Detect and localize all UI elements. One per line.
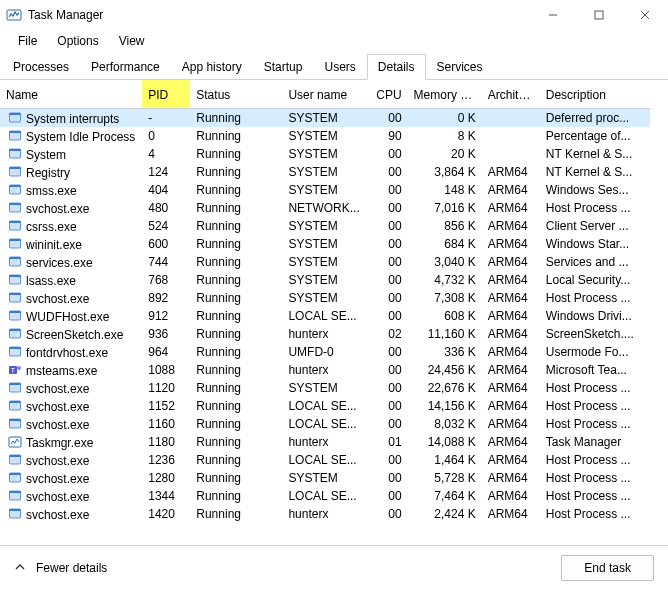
cell-pid: 0	[142, 127, 190, 145]
cell-status: Running	[190, 469, 282, 487]
tab-services[interactable]: Services	[426, 54, 494, 80]
tab-performance[interactable]: Performance	[80, 54, 171, 80]
end-task-button[interactable]: End task	[561, 555, 654, 581]
process-name: msteams.exe	[26, 364, 97, 378]
cell-name: wininit.exe	[0, 235, 142, 253]
svg-rect-41	[10, 419, 21, 421]
table-row[interactable]: fontdrvhost.exe964RunningUMFD-000336 KAR…	[0, 343, 650, 361]
details-table: NamePIDStatusUser nameCPUMemory (a...Arc…	[0, 80, 650, 523]
details-table-scroll[interactable]: NamePIDStatusUser nameCPUMemory (a...Arc…	[0, 80, 668, 545]
col-header-3[interactable]: User name	[282, 80, 367, 109]
table-row[interactable]: svchost.exe480RunningNETWORK...007,016 K…	[0, 199, 650, 217]
menu-options[interactable]: Options	[47, 32, 108, 50]
col-header-7[interactable]: Description	[540, 80, 650, 109]
table-row[interactable]: System Idle Process0RunningSYSTEM908 KPe…	[0, 127, 650, 145]
table-row[interactable]: svchost.exe1280RunningSYSTEM005,728 KARM…	[0, 469, 650, 487]
cell-memory: 5,728 K	[408, 469, 482, 487]
svg-rect-14	[10, 185, 21, 187]
menu-view[interactable]: View	[109, 32, 155, 50]
svg-rect-44	[10, 455, 21, 457]
cell-description: Percentage of...	[540, 127, 650, 145]
cell-description: ScreenSketch....	[540, 325, 650, 343]
tab-startup[interactable]: Startup	[253, 54, 314, 80]
process-name: wininit.exe	[26, 238, 82, 252]
fewer-details-toggle[interactable]: Fewer details	[14, 561, 107, 575]
cell-user: LOCAL SE...	[282, 397, 367, 415]
cell-pid: 744	[142, 253, 190, 271]
table-row[interactable]: Taskmgr.exe1180Runninghunterx0114,088 KA…	[0, 433, 650, 451]
cell-name: services.exe	[0, 253, 142, 271]
col-header-0[interactable]: Name	[0, 80, 142, 109]
cell-memory: 24,456 K	[408, 361, 482, 379]
table-row[interactable]: csrss.exe524RunningSYSTEM00856 KARM64Cli…	[0, 217, 650, 235]
cell-arch: ARM64	[482, 469, 540, 487]
process-name: lsass.exe	[26, 274, 76, 288]
close-button[interactable]	[622, 0, 668, 30]
cell-description: Host Process ...	[540, 415, 650, 433]
table-row[interactable]: Registry124RunningSYSTEM003,864 KARM64NT…	[0, 163, 650, 181]
cell-description: Host Process ...	[540, 469, 650, 487]
table-row[interactable]: svchost.exe1160RunningLOCAL SE...008,032…	[0, 415, 650, 433]
cell-name: Registry	[0, 163, 142, 181]
cell-status: Running	[190, 109, 282, 128]
process-name: csrss.exe	[26, 220, 77, 234]
maximize-button[interactable]	[576, 0, 622, 30]
col-header-2[interactable]: Status	[190, 80, 282, 109]
cell-cpu: 00	[368, 145, 408, 163]
process-name: services.exe	[26, 256, 93, 270]
cell-user: SYSTEM	[282, 181, 367, 199]
table-row[interactable]: lsass.exe768RunningSYSTEM004,732 KARM64L…	[0, 271, 650, 289]
cell-user: SYSTEM	[282, 163, 367, 181]
table-row[interactable]: svchost.exe1344RunningLOCAL SE...007,464…	[0, 487, 650, 505]
table-row[interactable]: svchost.exe892RunningSYSTEM007,308 KARM6…	[0, 289, 650, 307]
cell-memory: 7,016 K	[408, 199, 482, 217]
col-header-1[interactable]: PID	[142, 80, 190, 109]
table-row[interactable]: System interrupts-RunningSYSTEM000 KDefe…	[0, 109, 650, 128]
table-row[interactable]: svchost.exe1236RunningLOCAL SE...001,464…	[0, 451, 650, 469]
cell-name: Taskmgr.exe	[0, 433, 142, 451]
col-header-4[interactable]: CPU	[368, 80, 408, 109]
cell-status: Running	[190, 181, 282, 199]
cell-cpu: 00	[368, 199, 408, 217]
table-row[interactable]: ScreenSketch.exe936Runninghunterx0211,16…	[0, 325, 650, 343]
cell-memory: 7,464 K	[408, 487, 482, 505]
svg-rect-28	[10, 311, 21, 313]
table-row[interactable]: Tmsteams.exe1088Runninghunterx0024,456 K…	[0, 361, 650, 379]
tabbar: ProcessesPerformanceApp historyStartupUs…	[0, 52, 668, 80]
table-row[interactable]: WUDFHost.exe912RunningLOCAL SE...00608 K…	[0, 307, 650, 325]
cell-arch: ARM64	[482, 397, 540, 415]
cell-user: NETWORK...	[282, 199, 367, 217]
table-row[interactable]: svchost.exe1120RunningSYSTEM0022,676 KAR…	[0, 379, 650, 397]
tab-users[interactable]: Users	[313, 54, 366, 80]
cell-memory: 8 K	[408, 127, 482, 145]
sys-icon	[8, 147, 22, 161]
cell-cpu: 00	[368, 397, 408, 415]
tab-app-history[interactable]: App history	[171, 54, 253, 80]
cell-name: svchost.exe	[0, 469, 142, 487]
cell-cpu: 00	[368, 217, 408, 235]
table-row[interactable]: svchost.exe1420Runninghunterx002,424 KAR…	[0, 505, 650, 523]
table-row[interactable]: wininit.exe600RunningSYSTEM00684 KARM64W…	[0, 235, 650, 253]
col-header-6[interactable]: Archite...	[482, 80, 540, 109]
cell-status: Running	[190, 217, 282, 235]
table-row[interactable]: services.exe744RunningSYSTEM003,040 KARM…	[0, 253, 650, 271]
cell-status: Running	[190, 343, 282, 361]
cell-description: Host Process ...	[540, 487, 650, 505]
cell-pid: 480	[142, 199, 190, 217]
menu-file[interactable]: File	[8, 32, 47, 50]
table-row[interactable]: svchost.exe1152RunningLOCAL SE...0014,15…	[0, 397, 650, 415]
cell-arch: ARM64	[482, 361, 540, 379]
process-name: System interrupts	[26, 112, 119, 126]
tab-processes[interactable]: Processes	[2, 54, 80, 80]
svc-icon	[8, 399, 22, 413]
table-row[interactable]: smss.exe404RunningSYSTEM00148 KARM64Wind…	[0, 181, 650, 199]
cell-pid: -	[142, 109, 190, 128]
table-row[interactable]: System4RunningSYSTEM0020 KNT Kernel & S.…	[0, 145, 650, 163]
process-name: svchost.exe	[26, 418, 89, 432]
cell-arch: ARM64	[482, 433, 540, 451]
minimize-button[interactable]	[530, 0, 576, 30]
col-header-5[interactable]: Memory (a...	[408, 80, 482, 109]
tab-details[interactable]: Details	[367, 54, 426, 80]
exe-icon	[8, 255, 22, 269]
cell-arch: ARM64	[482, 487, 540, 505]
